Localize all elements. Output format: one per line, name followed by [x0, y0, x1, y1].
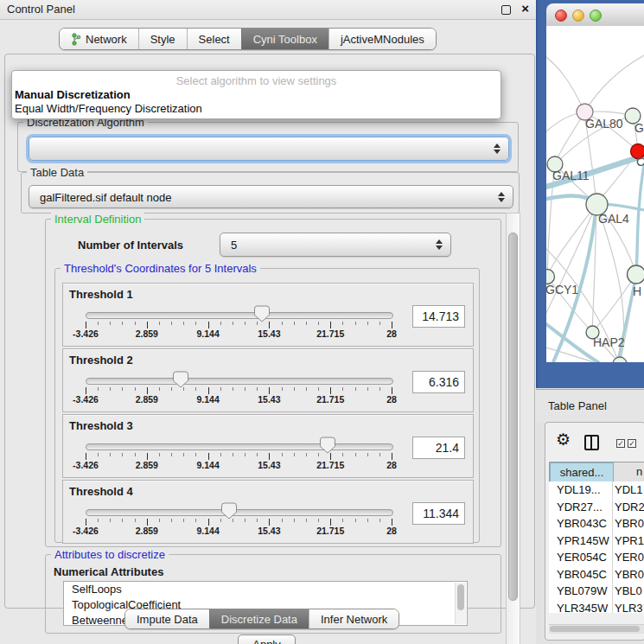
- network-edge: [547, 204, 596, 277]
- tab-cyni-toolbox[interactable]: Cyni Toolbox: [241, 29, 328, 49]
- group-title: Interval Definition: [51, 213, 144, 226]
- threshold-slider-handle[interactable]: [320, 437, 335, 454]
- threshold-slider-track[interactable]: [86, 509, 393, 516]
- algorithm-combobox[interactable]: [29, 137, 509, 161]
- tick-label: 28: [366, 526, 418, 536]
- tick-label: 9.144: [182, 394, 234, 405]
- tick-label: 15.43: [243, 526, 295, 536]
- tab-network[interactable]: Network: [60, 29, 138, 49]
- cell-name: YBR0: [615, 517, 644, 530]
- close-traffic-light[interactable]: [555, 10, 567, 22]
- scrollbar-thumb[interactable]: [457, 584, 464, 610]
- threshold-label: Threshold 3: [69, 419, 133, 432]
- scrollbar-thumb[interactable]: [508, 233, 518, 601]
- checkbox-icon[interactable]: ✓: [628, 439, 636, 448]
- cell-name: YER0: [615, 551, 644, 564]
- group-title: Attributes to discretize: [51, 548, 169, 561]
- tab-label: Select: [199, 33, 230, 46]
- right-region: GAL80GACGAL11GAL4GCY1HHAP2 Table Panel ⚙…: [536, 0, 644, 644]
- bottom-tab-bar: Impute DataDiscretize DataInfer Network: [124, 609, 399, 629]
- threshold-slider-track[interactable]: [86, 443, 393, 450]
- network-canvas[interactable]: GAL80GACGAL11GAL4GCY1HHAP2: [546, 26, 644, 362]
- table-row[interactable]: YPR145WYPR1: [549, 532, 644, 550]
- number-of-intervals-label: Number of Intervals: [78, 239, 183, 252]
- combobox-value: galFiltered.sif default node: [40, 190, 171, 203]
- tab-label: jActiveMNodules: [341, 33, 424, 46]
- cyni-toolbox-content: Discretization Algorithm Table Data galF…: [4, 54, 535, 609]
- tick-label: -3.426: [60, 394, 112, 405]
- network-edge: [546, 57, 584, 112]
- float-window-icon[interactable]: [501, 5, 511, 15]
- scrollbar-thumb[interactable]: [550, 626, 640, 632]
- threshold-slider-track[interactable]: [86, 312, 393, 319]
- tick-label: 9.144: [182, 328, 234, 339]
- dropdown-option-equal-width-frequency[interactable]: Equal Width/Frequency Discretization: [15, 102, 202, 115]
- table-data-combobox[interactable]: galFiltered.sif default node: [29, 185, 513, 208]
- split-columns-icon[interactable]: [584, 435, 599, 450]
- network-view-window: GAL80GACGAL11GAL4GCY1HHAP2: [536, 0, 644, 388]
- threshold-value-field[interactable]: 11.344: [412, 502, 465, 525]
- tab-style[interactable]: Style: [138, 29, 187, 49]
- cell-shared-name: YPR145W: [557, 534, 609, 547]
- bottom-tab-infer-network[interactable]: Infer Network: [309, 609, 399, 628]
- network-node[interactable]: [546, 270, 555, 284]
- tab-label: Cyni Toolbox: [253, 33, 317, 46]
- threshold-value-field[interactable]: 6.316: [412, 371, 465, 393]
- cell-name: YBR0: [615, 568, 644, 581]
- table-row[interactable]: YLR345WYLR3: [549, 600, 644, 614]
- table-row[interactable]: YDR27...YDR2: [549, 499, 644, 516]
- panel-scrollbar[interactable]: [506, 213, 520, 644]
- tick-label: 15.43: [243, 328, 295, 339]
- slider-ticks: [86, 321, 392, 328]
- dropdown-option-manual-discretization[interactable]: Manual Discretization: [15, 88, 131, 101]
- tick-label: 2.859: [121, 526, 173, 536]
- algorithm-dropdown-popup: Select algorithm to view settings Manual…: [11, 70, 501, 119]
- checkbox-icon[interactable]: ✓: [616, 439, 625, 448]
- top-tab-bar: NetworkStyleSelectCyni ToolboxjActiveMNo…: [59, 28, 437, 50]
- node-label-gal80: GAL80: [585, 117, 623, 131]
- number-of-intervals-combobox[interactable]: 5: [220, 233, 451, 257]
- table-row[interactable]: YBR045CYBR0: [549, 566, 644, 583]
- list-scrollbar[interactable]: [455, 583, 466, 624]
- bottom-tab-impute-data[interactable]: Impute Data: [125, 609, 209, 628]
- gear-icon[interactable]: ⚙: [556, 430, 571, 450]
- threshold-slider-handle[interactable]: [254, 305, 270, 322]
- table-body[interactable]: YDL19...YDL1YDR27...YDR2YBR043CYBR0YPR14…: [549, 481, 644, 613]
- threshold-slider-track[interactable]: [86, 378, 393, 385]
- table-row[interactable]: YBR043CYBR0: [549, 515, 644, 532]
- apply-button[interactable]: Apply: [238, 634, 296, 644]
- threshold-slider-handle[interactable]: [221, 502, 237, 520]
- table-row[interactable]: YDL19...YDL1: [549, 481, 644, 499]
- column-header-name[interactable]: n: [614, 462, 644, 481]
- zoom-traffic-light[interactable]: [590, 10, 602, 22]
- threshold-slider-handle[interactable]: [173, 371, 188, 388]
- network-node[interactable]: [628, 265, 644, 284]
- node-label-gcy1: GCY1: [546, 283, 578, 296]
- threshold-value-field[interactable]: 21.4: [412, 437, 465, 459]
- tick-label: 9.144: [182, 526, 234, 536]
- cell-name: YBL0: [615, 584, 642, 597]
- minimize-traffic-light[interactable]: [572, 10, 584, 22]
- network-edge: [584, 55, 644, 112]
- slider-tick-labels: -3.4262.8599.14415.4321.71528: [86, 526, 392, 536]
- slider-ticks: [86, 386, 392, 394]
- tab-label: Infer Network: [321, 613, 387, 626]
- threshold-value-field[interactable]: 14.713: [412, 305, 465, 328]
- numerical-attributes-label: Numerical Attributes: [54, 565, 163, 578]
- close-icon[interactable]: ×: [521, 1, 529, 16]
- bottom-tab-discretize-data[interactable]: Discretize Data: [209, 609, 309, 628]
- cell-name: YLR3: [615, 602, 643, 614]
- network-edge: [555, 112, 584, 164]
- dropdown-hint-option[interactable]: Select algorithm to view settings: [12, 74, 501, 87]
- tab-select[interactable]: Select: [187, 29, 241, 49]
- table-horizontal-scrollbar[interactable]: [549, 624, 644, 634]
- column-header-shared-name[interactable]: shared...: [550, 462, 614, 482]
- node-label-gal4: GAL4: [598, 212, 629, 226]
- table-row[interactable]: YBL079WYBL0: [549, 583, 644, 600]
- group-title: Threshold's Coordinates for 5 Intervals: [61, 262, 260, 275]
- tab-jactivemnodules[interactable]: jActiveMNodules: [328, 29, 436, 49]
- attribute-item-selfloops[interactable]: SelfLoops: [72, 582, 122, 597]
- network-graph: GAL80GACGAL11GAL4GCY1HHAP2: [546, 26, 644, 362]
- tick-label: 28: [366, 460, 418, 470]
- table-row[interactable]: YER054CYER0: [549, 549, 644, 566]
